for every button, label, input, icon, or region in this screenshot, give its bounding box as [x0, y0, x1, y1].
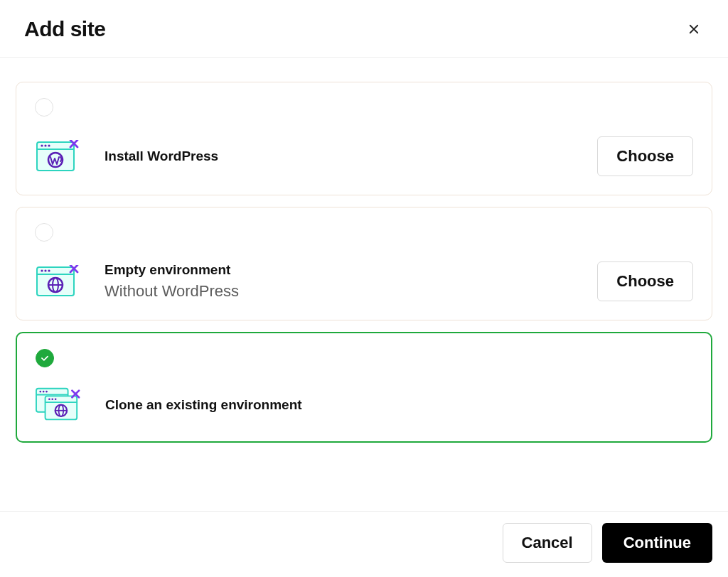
- option-labels: Empty environment Without WordPress: [105, 262, 573, 301]
- svg-point-28: [51, 398, 53, 400]
- svg-point-27: [48, 398, 50, 400]
- svg-point-24: [46, 391, 48, 393]
- continue-button[interactable]: Continue: [602, 523, 712, 563]
- choose-button[interactable]: Choose: [597, 136, 693, 176]
- svg-point-23: [43, 391, 45, 393]
- radio-indicator: [35, 98, 53, 117]
- option-labels: Install WordPress: [105, 149, 573, 164]
- svg-point-22: [39, 391, 41, 393]
- svg-point-5: [44, 144, 46, 146]
- svg-point-6: [48, 144, 50, 146]
- option-clone-environment[interactable]: Clone an existing environment: [16, 332, 712, 443]
- globe-window-icon: [35, 265, 80, 298]
- svg-point-14: [48, 269, 50, 271]
- option-title: Clone an existing environment: [105, 397, 692, 413]
- option-empty-environment[interactable]: Empty environment Without WordPress Choo…: [16, 207, 712, 320]
- dialog-header: Add site: [0, 0, 728, 58]
- dialog-body: Install WordPress Choose: [0, 58, 728, 468]
- choose-button[interactable]: Choose: [597, 261, 693, 301]
- cancel-button[interactable]: Cancel: [503, 523, 592, 563]
- radio-indicator: [35, 223, 53, 242]
- option-title: Install WordPress: [105, 149, 573, 164]
- option-title: Empty environment: [105, 262, 573, 278]
- option-labels: Clone an existing environment: [105, 397, 692, 413]
- radio-indicator: [36, 349, 54, 367]
- close-icon: [687, 23, 700, 36]
- svg-point-29: [55, 398, 57, 400]
- close-button[interactable]: [684, 19, 704, 39]
- svg-point-12: [41, 269, 43, 271]
- option-subtitle: Without WordPress: [105, 282, 573, 301]
- wordpress-window-icon: [35, 140, 80, 173]
- svg-point-13: [44, 269, 46, 271]
- option-install-wordpress[interactable]: Install WordPress Choose: [16, 82, 712, 195]
- page-title: Add site: [24, 17, 105, 41]
- svg-point-4: [41, 144, 43, 146]
- clone-window-icon: [36, 387, 81, 423]
- dialog-footer: Cancel Continue: [0, 511, 728, 577]
